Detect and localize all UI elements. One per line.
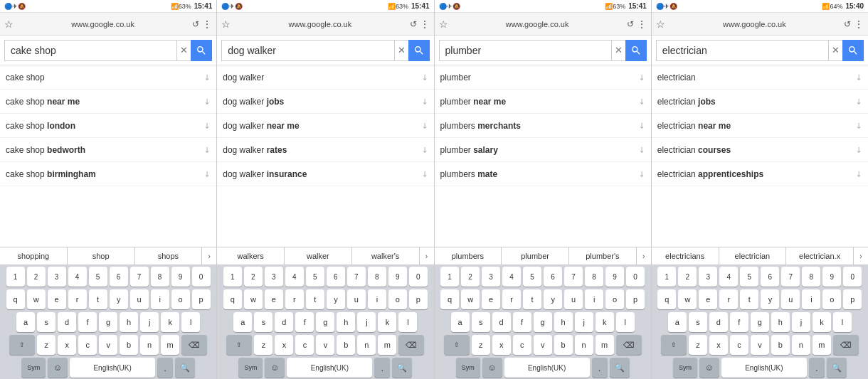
key-g[interactable]: g	[751, 312, 769, 332]
url-display[interactable]: www.google.co.uk	[451, 20, 624, 28]
word-suggestions-chevron[interactable]: ›	[637, 247, 651, 265]
key-9[interactable]: 9	[605, 267, 624, 287]
key-2[interactable]: 2	[27, 267, 46, 287]
key-t[interactable]: t	[306, 289, 324, 309]
key-m[interactable]: m	[161, 335, 179, 355]
key-g[interactable]: g	[316, 312, 334, 332]
delete-key[interactable]: ⌫	[616, 335, 642, 355]
word-suggestion-2[interactable]: shops	[135, 247, 203, 265]
word-suggestion-0[interactable]: electricians	[652, 247, 719, 265]
key-p[interactable]: p	[192, 289, 211, 309]
key-c[interactable]: c	[513, 335, 531, 355]
search-clear-button[interactable]: ✕	[394, 40, 408, 61]
key-0[interactable]: 0	[192, 267, 211, 287]
key-6[interactable]: 6	[544, 267, 562, 287]
key-i[interactable]: i	[368, 289, 386, 309]
key-q[interactable]: q	[657, 289, 676, 309]
word-suggestion-2[interactable]: walker's	[352, 247, 420, 265]
key-b[interactable]: b	[554, 335, 573, 355]
key-3[interactable]: 3	[48, 267, 66, 287]
key-2[interactable]: 2	[461, 267, 480, 287]
key-o[interactable]: o	[822, 289, 841, 309]
suggestion-item-4[interactable]: dog walker insurance↗	[217, 162, 433, 186]
key-i[interactable]: i	[802, 289, 820, 309]
key-j[interactable]: j	[140, 312, 159, 332]
suggestion-item-2[interactable]: plumbers merchants↗	[435, 114, 651, 138]
star-icon[interactable]: ☆	[656, 18, 665, 30]
key-z[interactable]: z	[689, 335, 707, 355]
key-7[interactable]: 7	[564, 267, 583, 287]
key-c[interactable]: c	[730, 335, 748, 355]
key-p[interactable]: p	[843, 289, 862, 309]
key-j[interactable]: j	[575, 312, 593, 332]
suggestion-item-3[interactable]: plumber salary↗	[435, 138, 651, 162]
key-c[interactable]: c	[295, 335, 314, 355]
key-k[interactable]: k	[378, 312, 396, 332]
suggestion-item-0[interactable]: plumber↗	[435, 65, 651, 90]
key-s[interactable]: s	[37, 312, 55, 332]
space-key[interactable]: English(UK)	[287, 358, 372, 378]
dot-key[interactable]: .	[157, 358, 173, 378]
shift-key[interactable]: ⇧	[226, 335, 252, 355]
key-z[interactable]: z	[37, 335, 55, 355]
key-n[interactable]: n	[357, 335, 376, 355]
key-a[interactable]: a	[668, 312, 687, 332]
key-z[interactable]: z	[254, 335, 272, 355]
key-p[interactable]: p	[626, 289, 645, 309]
search-button[interactable]	[842, 40, 864, 61]
suggestion-item-1[interactable]: plumber near me↗	[435, 90, 651, 114]
key-f[interactable]: f	[295, 312, 314, 332]
key-o[interactable]: o	[388, 289, 407, 309]
space-key[interactable]: English(UK)	[721, 358, 807, 378]
search-button[interactable]	[408, 40, 430, 61]
search-clear-button[interactable]: ✕	[176, 40, 191, 61]
key-w[interactable]: w	[244, 289, 263, 309]
delete-key[interactable]: ⌫	[398, 335, 424, 355]
key-y[interactable]: y	[544, 289, 562, 309]
word-suggestion-2[interactable]: electrician.x	[786, 247, 854, 265]
key-d[interactable]: d	[492, 312, 511, 332]
sym-key[interactable]: Sym	[238, 358, 263, 378]
word-suggestion-0[interactable]: shopping	[0, 247, 68, 265]
key-l[interactable]: l	[616, 312, 635, 332]
key-1[interactable]: 1	[6, 267, 25, 287]
key-y[interactable]: y	[327, 289, 345, 309]
suggestion-item-3[interactable]: cake shop bedworth↗	[0, 138, 216, 162]
word-suggestion-1[interactable]: shop	[68, 247, 135, 265]
star-icon[interactable]: ☆	[221, 18, 231, 30]
suggestion-item-2[interactable]: cake shop london↗	[0, 114, 216, 138]
key-7[interactable]: 7	[347, 267, 366, 287]
key-b[interactable]: b	[337, 335, 355, 355]
suggestion-item-1[interactable]: dog walker jobs↗	[217, 90, 433, 114]
key-q[interactable]: q	[440, 289, 459, 309]
star-icon[interactable]: ☆	[4, 18, 14, 30]
key-a[interactable]: a	[16, 312, 35, 332]
suggestion-item-4[interactable]: electrician apprenticeships↗	[652, 162, 868, 186]
key-e[interactable]: e	[265, 289, 283, 309]
key-9[interactable]: 9	[822, 267, 841, 287]
key-x[interactable]: x	[709, 335, 728, 355]
key-x[interactable]: x	[275, 335, 293, 355]
key-9[interactable]: 9	[171, 267, 190, 287]
key-v[interactable]: v	[99, 335, 117, 355]
search-key[interactable]: 🔍	[392, 358, 412, 378]
key-1[interactable]: 1	[657, 267, 676, 287]
key-a[interactable]: a	[451, 312, 470, 332]
key-3[interactable]: 3	[482, 267, 500, 287]
suggestion-item-4[interactable]: cake shop birmingham↗	[0, 162, 216, 186]
key-m[interactable]: m	[596, 335, 614, 355]
key-7[interactable]: 7	[130, 267, 149, 287]
delete-key[interactable]: ⌫	[181, 335, 207, 355]
key-t[interactable]: t	[89, 289, 107, 309]
word-suggestion-2[interactable]: plumber's	[569, 247, 637, 265]
key-9[interactable]: 9	[388, 267, 407, 287]
shift-key[interactable]: ⇧	[9, 335, 35, 355]
key-5[interactable]: 5	[740, 267, 758, 287]
emoji-key[interactable]: ☺	[48, 358, 68, 378]
key-u[interactable]: u	[130, 289, 149, 309]
search-clear-button[interactable]: ✕	[611, 40, 625, 61]
key-n[interactable]: n	[792, 335, 810, 355]
key-e[interactable]: e	[48, 289, 66, 309]
delete-key[interactable]: ⌫	[833, 335, 859, 355]
key-m[interactable]: m	[378, 335, 396, 355]
